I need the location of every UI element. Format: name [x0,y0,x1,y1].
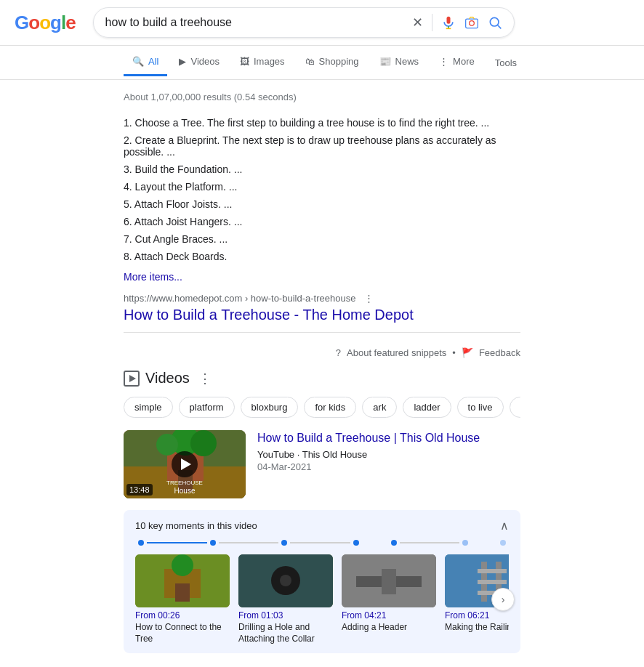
chip-bloxburg[interactable]: bloxburg [241,397,299,418]
snippet-divider [124,332,520,333]
play-button[interactable] [172,451,198,477]
chip-platform[interactable]: platform [179,397,235,418]
moment-time-4: From 06:21 [445,610,509,620]
video-channel: This Old House [302,449,368,460]
question-icon: ? [336,347,341,358]
carousel-next-button[interactable]: › [491,588,515,611]
timeline-dot-2 [210,540,216,546]
video-date: 04-Mar-2021 [257,461,520,472]
search-input[interactable] [105,16,406,29]
moment-label-2: Drilling a Hole and Attaching the Collar [238,622,333,644]
moment-thumb-3 [342,554,436,607]
main-content: About 1,07,00,000 results (0.54 seconds)… [0,80,644,665]
chip-simple[interactable]: simple [124,397,173,418]
tab-more[interactable]: ⋮ More [430,49,483,76]
all-icon: 🔍 [132,56,144,67]
tab-images[interactable]: 🖼 Images [231,49,294,76]
videos-menu-icon[interactable]: ⋮ [198,371,212,387]
images-tab-icon: 🖼 [240,56,249,67]
videos-section: Videos ⋮ simple platform bloxburg for ki… [124,370,520,653]
moment-card-1[interactable]: From 00:26 How to Connect to the Tree [135,554,230,644]
timeline-segment-2 [219,542,279,543]
separator: • [452,347,456,358]
feedback-link[interactable]: Feedback [479,347,520,358]
moment-thumb-image-3 [342,554,436,607]
about-featured-snippets-link[interactable]: About featured snippets [347,347,446,358]
timeline-dot-3 [281,540,287,546]
tab-shopping[interactable]: 🛍 Shopping [297,49,368,76]
clear-button[interactable]: ✕ [412,15,423,31]
play-arrow-icon [181,458,191,470]
list-item: 8. Attach Deck Boards. [124,248,520,265]
svg-line-6 [497,25,501,29]
microphone-icon [441,15,456,30]
key-moments-title: 10 key moments in this video [135,520,257,531]
tab-videos-label: Videos [190,56,220,67]
result-stats: About 1,07,00,000 results (0.54 seconds) [124,92,520,102]
filter-chips: simple platform bloxburg for kids ark la… [124,395,520,419]
timeline-dot-5 [391,540,397,546]
moment-card-3[interactable]: From 04:21 Adding a Header [342,554,436,644]
search-icons: ✕ [412,14,502,31]
list-item: 1. Choose a Tree. The first step to buil… [124,114,520,132]
timeline-dot-4 [353,540,359,546]
tab-news-label: News [395,56,419,67]
featured-snippet: 1. Choose a Tree. The first step to buil… [124,114,520,358]
videos-title: Videos [145,370,190,387]
svg-rect-0 [446,17,450,24]
flag-icon: 🚩 [462,347,473,358]
video-platform: YouTube [257,449,294,460]
play-icon [129,375,136,382]
tab-all[interactable]: 🔍 All [124,49,167,76]
timeline-dot-7 [500,540,506,546]
tab-videos[interactable]: ▶ Videos [170,49,228,76]
search-button[interactable] [488,15,502,30]
moment-time-2: From 01:03 [238,610,333,620]
chip-for-kids[interactable]: for kids [304,397,356,418]
chip-ark[interactable]: ark [362,397,397,418]
svg-rect-25 [382,569,396,594]
more-items-link[interactable]: More items... [124,271,182,283]
source-section: https://www.homedepot.com › how-to-build… [124,293,520,323]
shopping-tab-icon: 🛍 [305,56,315,67]
steps-list: 1. Choose a Tree. The first step to buil… [124,114,520,265]
source-url: https://www.homedepot.com › how-to-build… [124,293,520,304]
moment-thumb-2 [238,554,333,607]
tab-news[interactable]: 📰 News [371,49,428,76]
result-title-link[interactable]: How to Build a Treehouse - The Home Depo… [124,307,414,323]
svg-point-4 [469,21,474,26]
source-menu-icon[interactable]: ⋮ [364,293,374,304]
moment-label-1: How to Connect to the Tree [135,622,230,644]
chip-roof[interactable]: roof [510,397,521,418]
video-title-link[interactable]: How to Build a Treehouse | This Old Hous… [257,430,520,446]
timeline-dot-6 [462,540,468,546]
list-item: 2. Create a Blueprint. The next step is … [124,132,520,161]
google-logo[interactable]: Google [15,12,76,34]
video-duration: 13:48 [126,484,153,496]
moment-cards: From 00:26 How to Connect to the Tree Fr… [135,554,509,644]
svg-point-5 [490,17,499,26]
chip-to-live[interactable]: to live [457,397,504,418]
moment-label-3: Adding a Header [342,622,436,634]
voice-search-button[interactable] [441,15,456,30]
chip-ladder[interactable]: ladder [403,397,451,418]
timeline-segment-4 [400,542,460,543]
svg-point-22 [280,575,291,586]
timeline [135,540,509,546]
list-item: 4. Layout the Platform. ... [124,178,520,195]
tab-all-label: All [148,56,158,67]
moment-thumb-1 [135,554,230,607]
more-tab-icon: ⋮ [439,56,448,67]
tools-button[interactable]: Tools [486,50,526,76]
header: Google ✕ [0,0,644,46]
video-thumbnail[interactable]: House TREEHOUSE 13:48 [124,430,246,498]
svg-rect-19 [175,583,190,602]
moment-time-1: From 00:26 [135,610,230,620]
key-moments-toggle[interactable]: ∧ [500,519,509,533]
moment-card-2[interactable]: From 01:03 Drilling a Hole and Attaching… [238,554,333,644]
search-icon [488,15,502,30]
svg-point-18 [172,554,193,576]
image-search-button[interactable] [464,15,479,30]
list-item: 3. Build the Foundation. ... [124,161,520,178]
video-result: House TREEHOUSE 13:48 How to Build a Tre… [124,430,520,498]
